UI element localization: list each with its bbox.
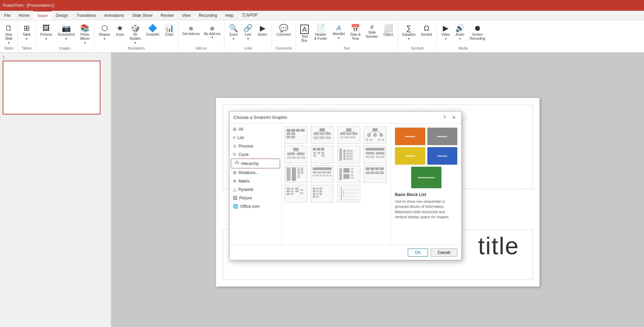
- svg-rect-27: [346, 132, 351, 135]
- preview-thumb-yellow: [395, 147, 425, 165]
- svg-rect-37: [372, 128, 378, 131]
- dialog-preview: Basic Block List Use to show non-sequent…: [391, 124, 461, 245]
- sidebar-item-picture[interactable]: 🖼 Picture: [229, 194, 281, 202]
- svg-rect-66: [343, 150, 345, 152]
- svg-point-41: [366, 138, 368, 141]
- smartart-grid: [284, 126, 388, 202]
- svg-rect-109: [370, 171, 374, 174]
- smartart-item-10[interactable]: [311, 165, 334, 183]
- svg-rect-0: [236, 161, 238, 162]
- svg-rect-93: [319, 175, 322, 176]
- smartart-item-6[interactable]: [311, 146, 334, 163]
- smartart-item-2[interactable]: [311, 126, 334, 144]
- svg-rect-92: [316, 175, 319, 176]
- matrix-icon: ⊕: [233, 178, 237, 184]
- smartart-item-3[interactable]: [337, 126, 360, 144]
- sidebar-item-all[interactable]: ⊞ All: [229, 125, 281, 133]
- svg-rect-84: [301, 167, 303, 174]
- svg-rect-26: [340, 132, 345, 135]
- sidebar-item-relationship[interactable]: ⊞ Relations...: [229, 168, 281, 177]
- svg-point-40: [379, 133, 383, 137]
- smartart-item-14[interactable]: [311, 185, 334, 202]
- svg-point-42: [370, 138, 372, 141]
- sidebar-label-matrix: Matrix: [239, 179, 250, 184]
- svg-line-24: [322, 131, 328, 132]
- svg-rect-68: [343, 155, 345, 157]
- dialog-close-button[interactable]: ✕: [451, 115, 457, 120]
- sidebar-label-cycle: Cycle: [239, 152, 249, 157]
- svg-line-45: [369, 131, 375, 133]
- svg-point-43: [378, 138, 380, 141]
- svg-rect-80: [380, 156, 385, 158]
- smartart-item-1[interactable]: [284, 126, 307, 144]
- svg-rect-81: [286, 167, 290, 181]
- svg-line-4: [237, 162, 238, 163]
- dialog-body: ⊞ All ≡ List ⊙ Process ↻ Cycle: [229, 124, 461, 245]
- svg-rect-28: [352, 132, 358, 135]
- svg-rect-29: [340, 136, 343, 138]
- smartart-item-8[interactable]: [364, 146, 387, 163]
- preview-thumb-green-wrapper: [395, 167, 457, 188]
- smartart-item-11[interactable]: [337, 165, 360, 183]
- smartart-item-4[interactable]: [364, 126, 387, 144]
- sidebar-item-cycle[interactable]: ↻ Cycle: [229, 150, 281, 159]
- sidebar-item-list[interactable]: ≡ List: [229, 133, 281, 142]
- smartart-item-12[interactable]: [364, 165, 387, 183]
- sidebar-item-officecom[interactable]: 🌐 Office.com: [229, 202, 281, 210]
- svg-rect-31: [346, 136, 349, 138]
- svg-rect-100: [351, 168, 354, 170]
- dialog-help-button[interactable]: ?: [441, 115, 448, 120]
- svg-rect-57: [313, 148, 316, 151]
- svg-rect-121: [300, 192, 303, 194]
- sidebar-item-hierarchy[interactable]: Hierarchy: [231, 159, 280, 168]
- svg-rect-96: [330, 175, 332, 176]
- smartart-item-15[interactable]: [337, 185, 360, 202]
- svg-rect-8: [301, 129, 305, 132]
- svg-rect-16: [313, 132, 319, 135]
- smartart-item-13[interactable]: [284, 185, 307, 202]
- svg-line-55: [291, 151, 296, 153]
- svg-rect-87: [313, 171, 317, 173]
- svg-rect-2: [238, 163, 239, 164]
- svg-rect-110: [375, 171, 379, 174]
- pyramid-icon: △: [233, 187, 236, 192]
- svg-rect-83: [297, 167, 300, 174]
- svg-rect-48: [293, 148, 299, 151]
- svg-rect-6: [291, 129, 295, 132]
- svg-line-36: [349, 131, 355, 132]
- sidebar-label-officecom: Office.com: [240, 204, 259, 209]
- svg-rect-126: [316, 188, 319, 190]
- all-icon: ⊞: [233, 127, 237, 132]
- sidebar-label-process: Process: [239, 144, 253, 149]
- sidebar-label-relationship: Relations...: [239, 170, 259, 175]
- svg-rect-130: [319, 188, 322, 190]
- svg-rect-99: [343, 174, 349, 179]
- svg-rect-124: [313, 193, 315, 195]
- relationship-icon: ⊞: [233, 170, 237, 175]
- hierarchy-icon: [235, 161, 239, 166]
- smartart-item-5[interactable]: [284, 146, 307, 163]
- smartart-item-7[interactable]: [337, 146, 360, 163]
- sidebar-item-matrix[interactable]: ⊕ Matrix: [229, 177, 281, 185]
- cancel-button[interactable]: Cancel: [431, 249, 457, 257]
- smartart-dialog: Choose a SmartArt Graphic ? ✕ ⊞ All ≡ Li…: [229, 111, 462, 260]
- sidebar-item-pyramid[interactable]: △ Pyramid: [229, 185, 281, 194]
- sidebar-label-all: All: [239, 127, 243, 132]
- svg-rect-108: [366, 171, 370, 174]
- svg-rect-60: [313, 152, 316, 154]
- sidebar-item-process[interactable]: ⊙ Process: [229, 142, 281, 150]
- smartart-item-9[interactable]: [284, 165, 307, 183]
- svg-line-22: [316, 131, 322, 132]
- dialog-controls: ? ✕: [441, 115, 457, 120]
- svg-rect-7: [296, 129, 300, 132]
- dialog-main: [282, 124, 391, 245]
- svg-rect-71: [346, 153, 353, 155]
- ok-button[interactable]: OK: [408, 249, 428, 257]
- svg-point-44: [382, 138, 385, 141]
- svg-rect-106: [375, 167, 379, 170]
- dialog-footer: OK Cancel: [229, 245, 461, 260]
- preview-desc: Use to show non-sequential or grouped bl…: [395, 199, 457, 220]
- svg-line-56: [296, 151, 301, 153]
- svg-rect-76: [376, 152, 385, 155]
- svg-rect-10: [291, 132, 295, 135]
